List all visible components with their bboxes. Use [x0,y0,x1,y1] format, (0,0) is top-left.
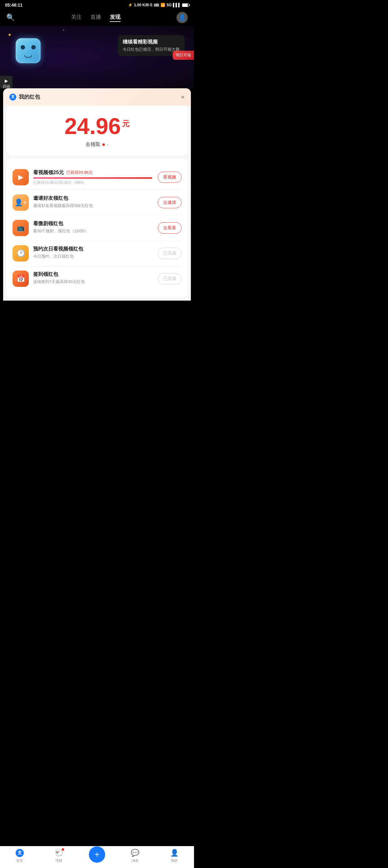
task-action-btn-3[interactable]: 已完成 [158,248,182,259]
task-info-4: 签到领红包 连续签到7天最高得30元红包 [33,271,153,286]
speed-icon: ⚡ [128,3,133,7]
amount-section: 24.96 元 去领取 › [6,105,188,155]
task-progress-text-0: 已获得24.96元/25.00元（99%） [33,180,153,185]
drama-icon: 📺 [17,224,25,232]
tab-live[interactable]: 直播 [90,13,101,22]
task-title-1: 邀请好友领红包 [33,195,68,202]
status-right: ⚡ 1.00 K/B·S HD 📶 5G ▌▌▌ [128,3,189,7]
task-progress-fill-0 [33,177,152,179]
status-time: 05:48:11 [5,2,23,7]
task-info-3: 预约次日看视频领红包 今日预约，次日领红包 [33,246,153,261]
alipay-icon: 支 [9,94,16,100]
task-item-1: 👤+ 邀请好友领红包 邀请好友看视频最高得588元红包 去邀请 [12,190,182,215]
task-title-3: 预约次日看视频领红包 [33,246,83,252]
speech-bubble-subtitle: 今日红包已领完，明日可领大额 [123,46,180,52]
tab-follow[interactable]: 关注 [71,13,82,22]
task-title-row-4: 签到领红包 [33,271,153,278]
task-progress-bar-0 [33,177,153,179]
search-icon[interactable]: 🔍 [6,13,15,22]
task-title-row-1: 邀请好友领红包 [33,195,153,202]
play-triangle-icon: ▶ [18,173,24,181]
task-title-row-0: 看视频领25元 已获得24.96元 [33,169,153,176]
nav-tabs: 关注 直播 发现 [71,13,121,22]
modal-title: 我的红包 [19,93,40,100]
task-action-btn-1[interactable]: 去邀请 [158,197,182,208]
task-desc-2: 看50个微剧，领红包（10/50） [33,228,153,234]
task-icon-checkin: 📅 [12,271,29,287]
task-action-btn-2[interactable]: 去看看 [158,222,182,234]
task-action-btn-0[interactable]: 看视频 [158,172,182,183]
modal-header: 支 我的红包 × [3,88,191,105]
close-button[interactable]: × [181,94,185,100]
task-item-0: ▶ 看视频领25元 已获得24.96元 已获得24.96元/25.00元（99%… [12,165,182,190]
modal-title-row: 支 我的红包 [9,93,40,100]
amount-display: 24.96 元 [12,115,182,137]
invite-person-icon: 👤+ [14,198,27,207]
amount-number: 24.96 [64,115,121,137]
task-icon-drama: 📺 [12,220,29,236]
task-desc-1: 邀请好友看视频最高得588元红包 [33,203,153,209]
task-info-1: 邀请好友领红包 邀请好友看视频最高得588元红包 [33,195,153,210]
task-item-3: 🕐 预约次日看视频领红包 今日预约，次日领红包 已完成 [12,241,182,266]
tomorrow-badge: 明日可领 [173,51,194,60]
amount-unit: 元 [122,115,130,129]
task-item-2: 📺 看微剧领红包 看50个微剧，领红包（10/50） 去看看 [12,215,182,241]
hd-badge: HD [154,3,159,7]
task-title-row-3: 预约次日看视频领红包 [33,246,153,252]
robot-mouth [24,55,32,58]
task-earned-0: 已获得24.96元 [66,170,93,175]
checkin-calendar-icon: 📅 [17,275,25,283]
avatar-icon: 👤 [179,14,186,21]
claim-text: 去领取 [86,141,100,148]
task-title-4: 签到领红包 [33,271,58,278]
task-icon-reserve: 🕐 [12,245,29,261]
status-bar: 05:48:11 ⚡ 1.00 K/B·S HD 📶 5G ▌▌▌ [0,0,194,9]
avatar[interactable]: 👤 [176,12,188,23]
tab-discover[interactable]: 发现 [110,13,121,22]
play-icon: ▶ [2,78,11,83]
speech-bubble-title: 继续看精彩视频 [123,39,180,45]
claim-row[interactable]: 去领取 › [12,141,182,148]
task-card: ▶ 看视频领25元 已获得24.96元 已获得24.96元/25.00元（99%… [6,158,188,298]
hero-area: ✦ ✦ ✦ 继续看精彩视频 今日红包已领完，明日可领大额 明日可领 ▶ 启动 ∨ [0,26,194,88]
robot-character [9,32,47,69]
start-btn[interactable]: ▶ 启动 [0,76,12,88]
task-title-row-2: 看微剧领红包 [33,220,153,227]
task-icon-invite: 👤+ [12,194,29,211]
speed-text: 1.00 K/B·S [134,3,152,7]
robot-eye-right [31,45,36,50]
signal-icon: ▌▌▌ [173,3,181,7]
task-icon-video: ▶ [12,169,29,185]
task-item-4: 📅 签到领红包 连续签到7天最高得30元红包 已完成 [12,266,182,291]
clock-icon: 🕐 [17,249,25,257]
task-title-2: 看微剧领红包 [33,220,63,227]
star-decoration-3: ✦ [63,29,65,32]
task-action-btn-4[interactable]: 已完成 [158,273,182,284]
network-type: 5G [166,3,171,7]
side-panel: ▶ 启动 ∨ 展开 [0,76,12,88]
task-title-0: 看视频领25元 [33,169,64,176]
top-nav: 🔍 关注 直播 发现 👤 [0,9,194,26]
robot-eye-left [21,45,25,50]
task-desc-4: 连续签到7天最高得30元红包 [33,279,153,285]
task-info-2: 看微剧领红包 看50个微剧，领红包（10/50） [33,220,153,236]
claim-dot [102,144,105,146]
task-desc-3: 今日预约，次日领红包 [33,254,153,259]
red-packet-modal: 支 我的红包 × 24.96 元 去领取 › ▶ [3,88,191,301]
page-content: ✦ ✦ ✦ 继续看精彩视频 今日红包已领完，明日可领大额 明日可领 ▶ 启动 ∨ [0,26,194,326]
task-info-0: 看视频领25元 已获得24.96元 已获得24.96元/25.00元（99%） [33,169,153,185]
battery-icon [182,3,189,7]
robot-body [15,38,41,63]
claim-arrow-icon: › [107,142,108,148]
wifi-icon: 📶 [161,3,165,7]
